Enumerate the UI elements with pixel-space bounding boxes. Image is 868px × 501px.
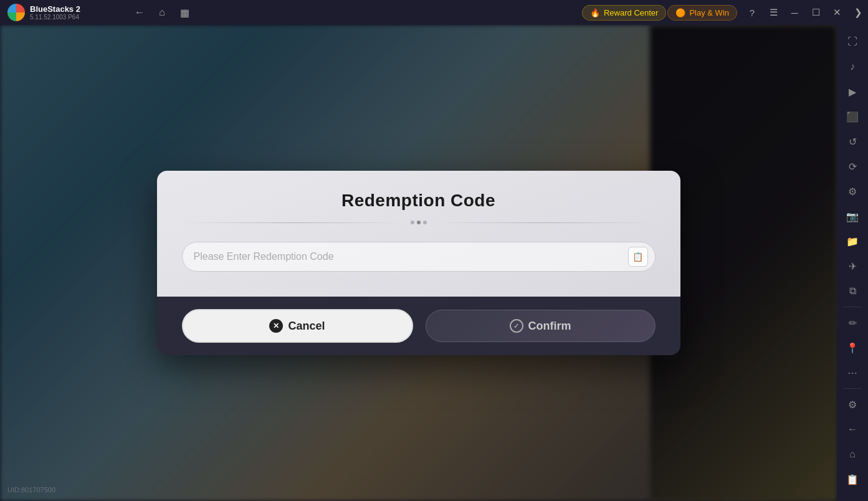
- confirm-button[interactable]: ✓ Confirm: [426, 310, 656, 342]
- input-wrapper: 📋: [182, 242, 656, 272]
- window-controls: ? ☰ ─ ☐ ✕ ❯: [742, 2, 868, 22]
- airplane-icon[interactable]: ✈: [841, 255, 864, 277]
- reward-center-label: Reward Center: [604, 8, 658, 17]
- confirm-check-icon: ✓: [510, 319, 523, 333]
- navigation-buttons: ← ⌂ ▦: [125, 2, 199, 22]
- reward-center-button[interactable]: 🔥 Reward Center: [582, 5, 666, 21]
- redemption-code-input[interactable]: [182, 242, 656, 272]
- divider-dot-2: [417, 221, 421, 224]
- location-icon[interactable]: 📍: [841, 336, 864, 359]
- menu-icon[interactable]: ☰: [763, 2, 783, 22]
- play-win-label: Play & Win: [689, 8, 729, 17]
- settings-small-icon[interactable]: ⚙: [841, 180, 864, 203]
- sidebar-divider-2: [843, 388, 862, 389]
- close-icon[interactable]: ✕: [827, 2, 847, 22]
- record-icon[interactable]: ▶: [841, 80, 864, 103]
- camera-icon[interactable]: 📷: [841, 205, 864, 227]
- help-icon[interactable]: ?: [742, 2, 762, 22]
- paste-button[interactable]: 📋: [628, 247, 648, 267]
- expand-icon[interactable]: ⛶: [841, 31, 864, 53]
- home-nav-icon[interactable]: ⌂: [152, 2, 172, 22]
- home-icon[interactable]: ⌂: [841, 443, 864, 465]
- right-sidebar: ⛶ ♪ ▶ ⬛ ↺ ⟳ ⚙ 📷 📁 ✈ ⧉ ✏ 📍 ⋯ ⚙ ← ⌂ 📋: [837, 25, 868, 501]
- topbar: BlueStacks 2 5.11.52.1003 P64 ← ⌂ ▦ 🔥 Re…: [0, 0, 868, 25]
- arrow-left-icon[interactable]: ←: [841, 418, 864, 441]
- volume-icon[interactable]: ♪: [841, 55, 864, 78]
- modal-footer: ✕ Cancel ✓ Confirm: [157, 297, 680, 355]
- divider-line-right: [432, 222, 656, 223]
- coin-icon: 🟠: [675, 8, 685, 17]
- multi-icon[interactable]: ⧉: [841, 280, 864, 302]
- clipboard-icon[interactable]: 📋: [841, 468, 864, 490]
- restore-icon[interactable]: ☐: [806, 2, 826, 22]
- minimize-icon[interactable]: ─: [785, 2, 804, 22]
- sidebar-toggle-icon[interactable]: ❯: [848, 2, 868, 22]
- confirm-label: Confirm: [528, 320, 571, 333]
- app-name: BlueStacks 2: [30, 4, 80, 14]
- folder-icon[interactable]: 📁: [841, 230, 864, 252]
- divider-dot-1: [411, 221, 414, 224]
- apps-nav-icon[interactable]: ▦: [174, 2, 194, 22]
- divider-line-left: [182, 222, 406, 223]
- divider-dot-3: [423, 221, 427, 224]
- cancel-label: Cancel: [288, 320, 325, 333]
- gear-icon[interactable]: ⚙: [841, 393, 864, 416]
- redemption-modal: Redemption Code 📋 ✕ Cancel: [157, 171, 680, 355]
- screenshot-icon[interactable]: ⬛: [841, 105, 864, 128]
- modal-title: Redemption Code: [182, 191, 656, 211]
- clipboard-paste-icon: 📋: [632, 252, 643, 262]
- app-version: 5.11.52.1003 P64: [30, 14, 80, 21]
- sidebar-divider: [843, 307, 862, 307]
- play-win-button[interactable]: 🟠 Play & Win: [667, 5, 737, 21]
- cancel-x-icon: ✕: [269, 319, 283, 333]
- modal-body: Redemption Code 📋: [157, 171, 680, 297]
- fire-icon: 🔥: [590, 8, 600, 17]
- back-nav-icon[interactable]: ←: [130, 2, 150, 22]
- bluestacks-logo-icon: [7, 4, 25, 21]
- more-icon[interactable]: ⋯: [841, 361, 864, 384]
- sync-icon[interactable]: ⟳: [841, 155, 864, 178]
- modal-divider: [182, 221, 656, 224]
- cancel-button[interactable]: ✕ Cancel: [182, 309, 413, 343]
- edit-icon[interactable]: ✏: [841, 312, 864, 334]
- modal-overlay: Redemption Code 📋 ✕ Cancel: [0, 25, 837, 501]
- app-identity: BlueStacks 2 5.11.52.1003 P64: [0, 4, 125, 21]
- divider-dots: [411, 221, 427, 224]
- rotate-icon[interactable]: ↺: [841, 130, 864, 153]
- topbar-right-buttons: 🔥 Reward Center 🟠 Play & Win: [577, 5, 742, 21]
